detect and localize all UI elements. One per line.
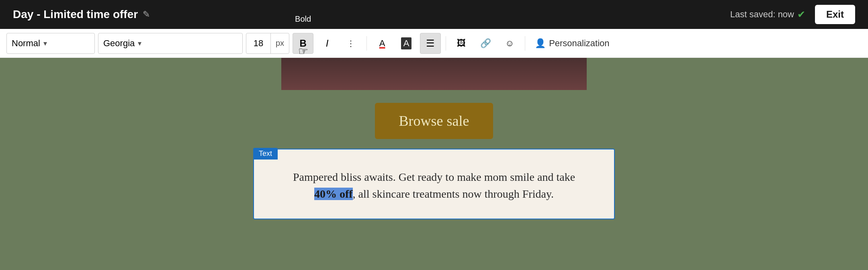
style-select-chevron-icon: ▾ — [43, 39, 47, 48]
italic-button[interactable]: I — [317, 33, 338, 54]
align-button[interactable]: ☰ — [420, 33, 441, 54]
edit-icon[interactable]: ✎ — [143, 9, 150, 20]
main-content: Browse sale Text Pampered bliss awaits. … — [0, 58, 868, 270]
toolbar: Normal ▾ Georgia ▾ px Bold B ☞ I ⋮ A A ☰… — [0, 29, 868, 58]
font-color-button[interactable]: A — [372, 33, 393, 54]
link-icon: 🔗 — [480, 38, 491, 49]
toolbar-divider-1 — [366, 36, 367, 51]
cursor-icon: ☞ — [298, 45, 308, 58]
text-block[interactable]: Pampered bliss awaits. Get ready to make… — [253, 149, 615, 219]
browse-sale-button[interactable]: Browse sale — [375, 103, 493, 139]
font-size-group: px — [246, 33, 289, 54]
text-block-label[interactable]: Text — [253, 148, 278, 160]
saved-check-icon: ✔ — [797, 9, 805, 20]
font-size-unit: px — [270, 33, 289, 53]
style-select[interactable]: Normal ▾ — [6, 33, 95, 54]
highlighted-discount: 40% off — [314, 188, 353, 200]
top-bar: Day - Limited time offer ✎ Last saved: n… — [0, 0, 868, 29]
person-icon: 👤 — [535, 38, 546, 49]
image-button[interactable]: 🖼 — [451, 33, 472, 54]
text-after: , all skincare treatments now through Fr… — [353, 188, 554, 200]
last-saved-label: Last saved: now ✔ — [730, 9, 805, 20]
toolbar-divider-3 — [525, 36, 525, 51]
bg-color-button[interactable]: A — [396, 33, 417, 54]
emoji-button[interactable]: ☺ — [499, 33, 520, 54]
text-before: Pampered bliss awaits. Get ready to make… — [293, 171, 575, 183]
font-size-input[interactable] — [246, 38, 270, 49]
link-button[interactable]: 🔗 — [475, 33, 496, 54]
page-title: Day - Limited time offer — [13, 8, 138, 21]
personalization-label: Personalization — [549, 38, 609, 49]
emoji-icon: ☺ — [505, 38, 514, 49]
bold-tooltip-wrapper: Bold B ☞ — [293, 33, 313, 54]
bg-color-icon: A — [401, 37, 412, 49]
font-color-icon: A — [379, 38, 385, 49]
font-select[interactable]: Georgia ▾ — [98, 33, 243, 54]
image-icon: 🖼 — [457, 38, 466, 49]
more-options-icon: ⋮ — [347, 39, 356, 48]
exit-button[interactable]: Exit — [815, 5, 855, 24]
more-options-button[interactable]: ⋮ — [341, 33, 362, 54]
align-icon: ☰ — [426, 38, 435, 49]
hero-image — [281, 58, 587, 90]
toolbar-divider-2 — [446, 36, 446, 51]
font-select-value: Georgia — [103, 38, 135, 49]
top-bar-right: Last saved: now ✔ Exit — [730, 5, 855, 24]
style-select-value: Normal — [12, 38, 40, 49]
text-block-wrapper: Text Pampered bliss awaits. Get ready to… — [253, 149, 615, 219]
personalization-button[interactable]: 👤 Personalization — [530, 35, 614, 52]
top-bar-left: Day - Limited time offer ✎ — [13, 8, 150, 21]
font-select-chevron-icon: ▾ — [138, 39, 141, 48]
